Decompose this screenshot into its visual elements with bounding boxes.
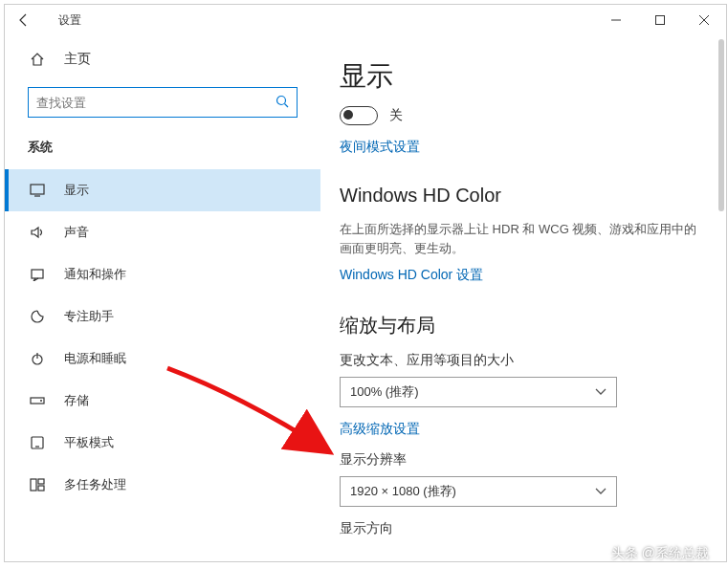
resolution-field-label: 显示分辨率: [340, 451, 699, 469]
svg-point-4: [277, 96, 286, 104]
minimize-button[interactable]: [594, 5, 638, 35]
focus-icon: [28, 309, 47, 324]
sidebar-item-notifications[interactable]: 通知和操作: [5, 253, 320, 295]
home-label: 主页: [64, 51, 91, 68]
sidebar-item-multitask[interactable]: 多任务处理: [5, 464, 320, 506]
minimize-icon: [611, 15, 621, 25]
scrollbar[interactable]: [718, 39, 724, 211]
svg-line-5: [285, 103, 289, 107]
nav-label: 声音: [64, 224, 89, 241]
titlebar: 设置: [5, 5, 726, 35]
night-mode-toggle[interactable]: [340, 106, 378, 125]
resolution-dropdown[interactable]: 1920 × 1080 (推荐): [340, 476, 617, 507]
svg-point-12: [40, 400, 42, 402]
nav-label: 通知和操作: [64, 266, 126, 283]
tablet-icon: [28, 436, 47, 449]
hd-color-heading: Windows HD Color: [340, 185, 699, 207]
close-icon: [699, 15, 709, 25]
chevron-down-icon: [595, 387, 607, 398]
search-input[interactable]: [28, 87, 298, 118]
sidebar-item-storage[interactable]: 存储: [5, 380, 320, 422]
home-icon: [28, 52, 47, 67]
toggle-state-label: 关: [389, 107, 403, 124]
svg-rect-1: [656, 16, 665, 25]
app-title: 设置: [58, 12, 81, 29]
watermark: 头条 @系统总裁: [611, 545, 709, 562]
window-controls: [594, 5, 726, 35]
sound-icon: [28, 226, 47, 239]
advanced-scale-link[interactable]: 高级缩放设置: [340, 421, 699, 438]
section-label: 系统: [5, 135, 320, 169]
sidebar-item-focus[interactable]: 专注助手: [5, 295, 320, 338]
svg-rect-17: [38, 486, 44, 491]
scale-field-label: 更改文本、应用等项目的大小: [340, 352, 699, 369]
maximize-icon: [655, 15, 665, 25]
display-icon: [28, 184, 47, 197]
main-content: 显示 关 夜间模式设置 Windows HD Color 在上面所选择的显示器上…: [320, 35, 726, 561]
svg-rect-8: [32, 270, 43, 278]
sidebar-item-power[interactable]: 电源和睡眠: [5, 338, 320, 380]
svg-rect-15: [31, 479, 36, 491]
maximize-button[interactable]: [638, 5, 682, 35]
storage-icon: [28, 395, 47, 406]
power-icon: [28, 351, 47, 366]
nav-label: 专注助手: [64, 308, 114, 325]
resolution-value: 1920 × 1080 (推荐): [350, 483, 456, 500]
back-button[interactable]: [5, 5, 43, 35]
hd-color-description: 在上面所选择的显示器上让 HDR 和 WCG 视频、游戏和应用中的画面更明亮、更…: [340, 220, 699, 257]
scale-dropdown[interactable]: 100% (推荐): [340, 377, 617, 407]
home-link[interactable]: 主页: [5, 43, 320, 76]
notifications-icon: [28, 268, 47, 281]
search-field[interactable]: [36, 96, 276, 110]
nav-label: 显示: [64, 182, 89, 199]
svg-rect-6: [31, 185, 44, 194]
close-button[interactable]: [682, 5, 726, 35]
sidebar-item-sound[interactable]: 声音: [5, 211, 320, 253]
scale-value: 100% (推荐): [350, 383, 419, 401]
nav-label: 存储: [64, 392, 89, 409]
page-heading: 显示: [340, 58, 699, 95]
nav-label: 电源和睡眠: [64, 350, 126, 367]
night-mode-settings-link[interactable]: 夜间模式设置: [340, 139, 699, 156]
orientation-field-label: 显示方向: [340, 520, 699, 537]
sidebar-item-tablet[interactable]: 平板模式: [5, 422, 320, 464]
arrow-left-icon: [16, 12, 32, 28]
scale-layout-heading: 缩放与布局: [340, 313, 699, 339]
search-icon: [276, 95, 289, 111]
multitask-icon: [28, 478, 47, 492]
sidebar: 主页 系统 显示 声音 通知和操作: [5, 35, 320, 561]
toggle-knob: [343, 110, 353, 120]
svg-rect-16: [38, 479, 44, 484]
nav-label: 平板模式: [64, 434, 114, 451]
sidebar-item-display[interactable]: 显示: [5, 169, 320, 211]
nav-label: 多任务处理: [64, 476, 126, 493]
hd-color-settings-link[interactable]: Windows HD Color 设置: [340, 267, 699, 284]
chevron-down-icon: [595, 487, 607, 497]
